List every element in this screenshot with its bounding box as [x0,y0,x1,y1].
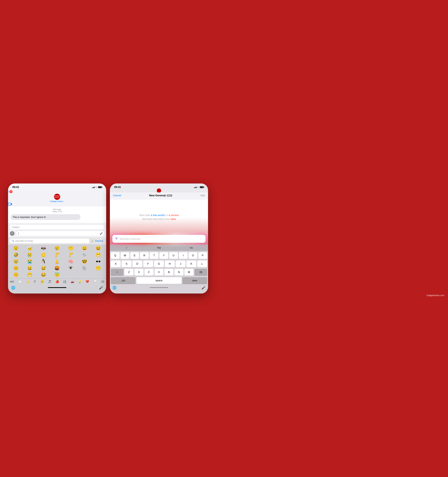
key-v[interactable]: V [155,269,164,276]
nature-icon[interactable]: 🌙 [26,280,29,283]
key-row-2: A S D F G H J K L [111,261,207,267]
emoji-cell[interactable]: 😀 [78,245,91,251]
emoji-cell[interactable]: 👃 [50,258,64,265]
emoji-cell[interactable]: 🧠 [64,258,78,265]
emoji-cell[interactable]: 🤣 [9,252,23,258]
key-d[interactable]: D [132,261,142,267]
key-e[interactable]: E [130,252,139,259]
add-attachment-button[interactable]: + [10,231,14,236]
emoji-grid: 😟 🤕 🦇 😢 😶 😀 😆 🤣 😢 🪙 🦵 🦵 🐀 😁 🥹 😭 [8,244,106,279]
emoji-cell[interactable]: 🦵 [50,252,64,258]
emoji-search-input[interactable]: 🔍 Describe an Emoji [10,238,89,243]
travel-icon[interactable]: 🚗 [71,280,74,283]
emoji-cell[interactable]: 🤓 [78,258,91,265]
key-c[interactable]: C [144,269,154,276]
predictive-item-1[interactable]: I [110,246,143,250]
globe-button-2[interactable]: 🌐 [112,286,117,290]
emoji-cell[interactable]: 😇 [50,272,64,278]
delete-key[interactable]: ⌫ [194,269,207,276]
numbers-key[interactable]: 123 [111,277,136,284]
predictive-item-2[interactable]: The [143,246,175,250]
predictive-item-3[interactable]: I'm [175,246,207,250]
food-icon[interactable]: 🍎 [56,280,59,283]
smiley-icon[interactable]: 😊 [40,280,44,283]
watermark: GadgetHacks.com [427,294,444,297]
emoji-cell[interactable]: 🐘 [78,265,91,271]
emoji-cell[interactable]: 😄 [23,265,36,271]
recent-icon[interactable]: 🕐 [18,280,22,283]
emoji-cell[interactable]: 🐀 [78,252,91,258]
emoji-cell[interactable]: 🤬 [50,265,64,271]
done-key[interactable]: done [182,277,207,284]
microphone-button-2[interactable]: 🎤 [201,286,206,290]
key-w[interactable]: W [120,252,129,259]
key-j[interactable]: J [176,261,185,267]
key-row-4: 123 space done [111,277,207,284]
emoji-cell[interactable]: 😶 [91,265,105,271]
key-h[interactable]: H [165,261,175,267]
emoji-cell[interactable]: 😁 [23,272,36,278]
key-n[interactable]: N [174,269,184,276]
key-r[interactable]: R [140,252,149,259]
key-g[interactable]: G [154,261,164,267]
space-key[interactable]: space [137,277,181,284]
objects-icon[interactable]: 💡 [78,280,82,283]
clock-icon[interactable]: ⏱ [34,280,36,283]
key-p[interactable]: P [198,252,207,259]
contact-name[interactable]: Gadget Hacks › [50,200,64,203]
emoji-cell[interactable]: 🤫 [9,272,23,278]
key-a[interactable]: A [111,261,121,267]
emoji-cell[interactable]: 👁️ [64,265,78,271]
message-input[interactable]: | [16,231,104,236]
heart-icon[interactable]: ❤️ [86,280,89,283]
cancel-button[interactable]: Cancel [113,194,121,197]
emoji-cell[interactable]: 😊 [9,265,23,271]
emoji-cell[interactable]: 😶 [64,245,78,251]
key-m[interactable]: M [185,269,193,276]
back-button[interactable]: ‹ 2 [8,190,106,194]
delete-emoji-icon[interactable]: ⌫ [101,280,104,283]
emoji-cell[interactable]: 😢 [23,252,36,258]
key-x[interactable]: X [134,269,143,276]
globe-button[interactable]: 🌐 [11,286,15,290]
video-call-button[interactable] [8,203,106,207]
shift-key[interactable]: ⇧ [111,269,124,276]
emoji-cell[interactable]: 🕶️ [91,258,105,265]
key-f[interactable]: F [143,261,153,267]
key-o[interactable]: O [189,252,197,259]
emoji-cell[interactable]: 🤕 [23,245,36,251]
key-t[interactable]: T [150,252,158,259]
contact-info[interactable]: GADGETHACKS Gadget Hacks › [8,194,106,203]
key-z[interactable]: Z [124,269,133,276]
genmoji-icon: 🪄 [91,239,95,243]
emoji-cell[interactable]: 😁 [91,252,105,258]
emoji-cell[interactable]: 😅 [37,265,50,271]
emoji-cell[interactable]: 😟 [9,245,23,251]
emoji-cell[interactable]: 🥹 [9,258,23,265]
emoji-cell[interactable]: 🦵 [64,252,78,258]
emoji-cell[interactable]: 🪙 [37,252,50,258]
key-i[interactable]: I [179,252,188,259]
key-y[interactable]: Y [159,252,168,259]
sports-icon[interactable]: ⚽ [63,280,66,283]
key-b[interactable]: B [164,269,173,276]
genmoji-search-input[interactable]: Describe a Genmoji [112,235,206,243]
music-icon[interactable]: 🎵 [48,280,51,283]
key-k[interactable]: K [186,261,196,267]
genmoji-button[interactable]: 🪄 Genmoji [89,239,104,243]
emoji-cell[interactable]: 😢 [50,245,64,251]
add-button[interactable]: Add [200,194,205,197]
key-q[interactable]: Q [111,252,119,259]
key-s[interactable]: S [122,261,131,267]
flags-icon[interactable]: 🏳️ [93,280,97,283]
key-l[interactable]: L [197,261,207,267]
emoji-cell[interactable]: 😆 [91,245,105,251]
emoji-cell[interactable]: 😂 [37,272,50,278]
subject-field[interactable]: Subject [10,224,104,230]
key-u[interactable]: U [169,252,178,259]
abc-key[interactable]: ABC [10,280,14,283]
emoji-cell[interactable]: 😭 [23,258,36,265]
emoji-cell[interactable]: 🐧 [37,258,50,265]
emoji-cell[interactable]: 🦇 [37,245,50,251]
microphone-button[interactable]: 🎤 [99,286,103,290]
